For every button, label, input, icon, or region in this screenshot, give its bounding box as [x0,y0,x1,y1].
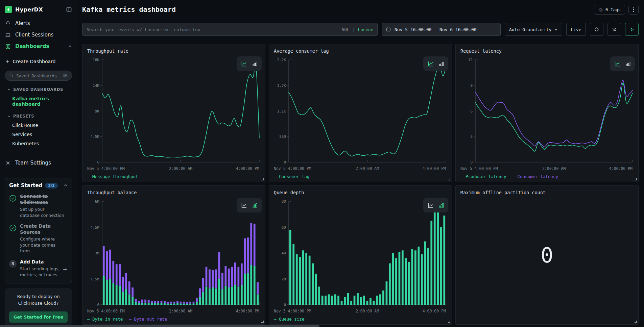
get-started-card: Get Started 2/3 Connect to ClickHouse Se… [5,178,72,283]
svg-text:80: 80 [282,199,286,204]
sql-mode-toggle[interactable]: SQL [342,27,350,32]
create-dashboard-label: Create Dashboard [13,59,56,64]
team-settings-label: Team Settings [15,160,51,166]
panel-resize-handle[interactable] [635,321,637,323]
svg-text:2.2K: 2.2K [277,58,286,62]
cloud-promo-card: Ready to deploy on ClickHouse Cloud? Get… [5,288,72,327]
tag-icon [598,7,603,12]
main-content: Kafka metrics dashboard 0 Tags Search yo… [77,0,644,327]
sidebar-item-dashboards[interactable]: Dashboards [0,41,77,52]
filter-button[interactable] [607,23,621,36]
saved-dashboards-search-input[interactable]: Saved Dashboards ⌘K [5,71,72,81]
step-subtitle: Start sending logs, metrics, or traces [20,266,68,278]
chart-panel-throughput-balance: Throughput balance 6M4.5M3M1.5M0 Nov 5 4… [82,185,265,325]
svg-text:6: 6 [470,109,473,114]
get-started-step-add-data[interactable]: 3 Add Data Start sending logs, metrics, … [9,259,68,278]
section-saved-dashboards[interactable]: SAVED DASHBOARDS [0,82,77,94]
big-number-value: 0 [456,186,638,324]
x-axis-labels: Nov 5 4:00:00 PM 2:00:00 AM 4:00:00 PM [82,166,265,171]
svg-text:20: 20 [282,277,286,281]
line-chart-icon[interactable] [427,60,434,67]
search-placeholder: Search your events w/ Lucene ex. column:… [87,27,200,32]
bar-chart-icon[interactable] [252,61,258,67]
refresh-button[interactable] [590,23,603,36]
bar-chart-icon[interactable] [252,202,258,208]
svg-text:4.5K: 4.5K [91,134,100,139]
step-title: Create Data Sources [20,223,68,235]
sidebar-item-team-settings[interactable]: Team Settings [0,156,77,169]
x-axis-labels: Nov 5 4:00:00 PM 2:00:00 AM 4:00:00 PM [269,166,452,171]
chart-type-toolbar [423,198,448,212]
legend-item[interactable]: — Byte in rate [87,317,123,322]
more-options-button[interactable] [628,5,639,15]
mode-divider: | [352,27,355,32]
chevron-down-icon [554,27,558,31]
svg-text:14K: 14K [93,83,99,88]
panel-resize-handle[interactable] [261,178,264,180]
horizontal-scrollbar[interactable] [0,325,319,327]
sidebar-link-kafka-dashboard[interactable]: Kafka metrics dashboard [0,94,77,109]
section-presets[interactable]: PRESETS [0,109,77,121]
calendar-icon [386,27,391,32]
panel-resize-handle[interactable] [448,321,450,323]
line-chart-icon[interactable] [241,202,247,209]
sidebar-link-services[interactable]: Services [0,130,77,139]
sidebar-link-kubernetes[interactable]: Kubernetes [0,139,77,148]
event-search-input[interactable]: Search your events w/ Lucene ex. column:… [82,23,378,36]
live-button[interactable]: Live [566,23,586,36]
chart-panel-consumer-lag: Average consumer lag 2.2K1.7K1.1K5500 No… [269,44,452,182]
granularity-select[interactable]: Auto Granularity [505,23,562,36]
shortcut-hint: ⌘K [63,73,68,78]
bar-chart-icon[interactable] [438,61,445,67]
check-circle-icon [9,195,17,218]
kebab-icon [633,7,634,12]
chart-title: Throughput balance [87,190,137,195]
panel-resize-handle[interactable] [635,178,637,180]
page-title: Kafka metrics dashboard [82,5,176,14]
legend-item[interactable]: — Message throughput [87,174,138,179]
svg-text:1.1K: 1.1K [277,109,286,114]
chevron-down-icon [7,88,11,91]
chevron-up-icon[interactable] [64,183,68,187]
bar-chart-icon[interactable] [625,61,631,67]
lucene-mode-toggle[interactable]: Lucene [358,27,373,32]
chart-panel-throughput-rate: Throughput rate 18K14K9K4.5K0 Nov 5 4:00… [82,44,265,182]
svg-text:4.5M: 4.5M [91,225,100,230]
get-started-step-connect[interactable]: Connect to ClickHouse Set up your databa… [9,194,68,218]
svg-text:1.7K: 1.7K [277,83,286,88]
header-actions: 0 Tags [594,5,639,15]
line-chart-icon[interactable] [427,202,434,209]
legend-item[interactable]: — Byte out rate [129,317,167,322]
run-query-button[interactable] [625,23,639,36]
dashboard-icon [5,44,11,49]
tags-button[interactable]: 0 Tags [594,5,625,15]
legend-item[interactable]: — Consumer latency [512,174,558,179]
plus-icon: + [5,58,10,65]
legend-item[interactable]: — Producer latency [460,174,506,179]
line-chart-icon[interactable] [241,60,247,67]
arrow-right-icon: → [63,267,67,272]
get-started-free-button[interactable]: Get Started for Free [9,311,68,323]
date-range-picker[interactable]: Nov 5 16:00:00 - Nov 6 16:00:00 [382,23,501,36]
x-axis-labels: Nov 5 4:00:00 PM 2:00:00 AM 4:00:00 PM [82,309,265,314]
step-title: Connect to ClickHouse [20,194,68,205]
sidebar-item-alerts[interactable]: Alerts [0,18,77,29]
svg-text:12: 12 [468,58,473,62]
bar-chart-icon[interactable] [438,202,445,208]
get-started-header[interactable]: Get Started 2/3 [9,182,68,188]
sidebar-link-clickhouse[interactable]: ClickHouse [0,121,77,130]
svg-text:9K: 9K [95,109,100,114]
sidebar-item-client-sessions[interactable]: Client Sessions [0,29,77,41]
get-started-step-sources[interactable]: Create Data Sources Configure where your… [9,223,68,254]
panel-resize-handle[interactable] [448,178,450,180]
search-placeholder: Saved Dashboards [16,73,57,78]
step-title: Add Data [20,259,68,265]
panel-resize-handle[interactable] [261,321,264,323]
sidebar-collapse-icon[interactable] [66,6,72,12]
legend-item[interactable]: — Queue size [274,317,304,322]
legend-item[interactable]: — Consumer lag [274,174,309,179]
line-chart-icon[interactable] [614,60,621,67]
laptop-icon [5,32,11,38]
create-dashboard-button[interactable]: + Create Dashboard [0,54,77,68]
check-circle-icon [9,224,17,254]
